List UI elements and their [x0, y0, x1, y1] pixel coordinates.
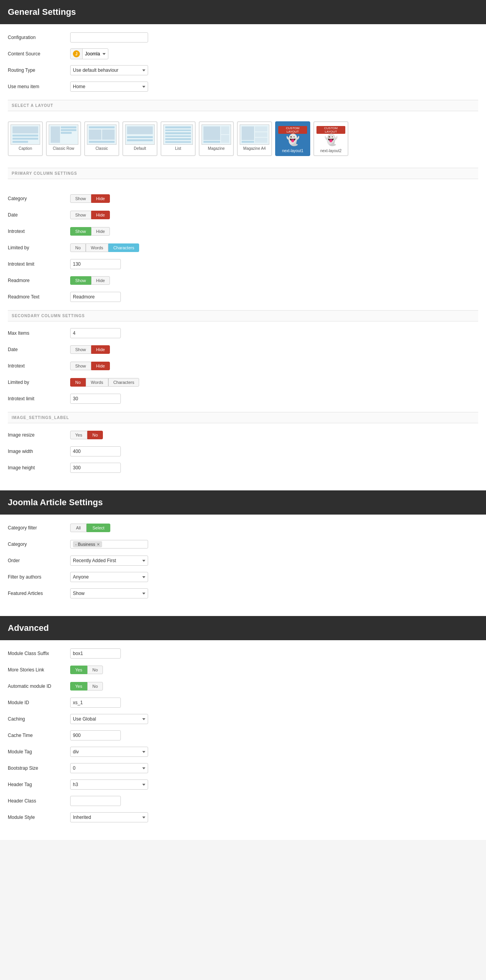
header-class-input[interactable] — [70, 796, 121, 806]
more-stories-link-yes[interactable]: Yes — [70, 666, 87, 674]
filter-authors-select[interactable]: Anyone Specific — [70, 572, 148, 582]
secondary-introtext-limit-input[interactable] — [70, 394, 121, 404]
primary-category-hide[interactable]: Hide — [91, 194, 110, 203]
image-resize-group: Image resize Yes No — [8, 430, 478, 440]
primary-introtext-limit-input[interactable] — [70, 259, 121, 269]
more-stories-link-toggle: Yes No — [70, 666, 103, 674]
layout-list[interactable]: List — [161, 121, 196, 156]
configuration-group: Configuration — [8, 32, 478, 43]
featured-articles-label: Featured Articles — [8, 591, 70, 596]
secondary-introtext-toggle: Show Hide — [70, 362, 110, 370]
category-tag-business-remove[interactable]: ✕ — [97, 542, 100, 547]
layout-caption-name: Caption — [19, 146, 32, 151]
secondary-date-show[interactable]: Show — [70, 345, 91, 354]
header-tag-label: Header Tag — [8, 782, 70, 787]
joomla-category-group: Category - Business ✕ — [8, 539, 478, 550]
secondary-limited-characters[interactable]: Characters — [108, 378, 140, 387]
advanced-section: Advanced Module Class Suffix More Storie… — [0, 616, 486, 840]
secondary-date-group: Date Show Hide — [8, 344, 478, 355]
cache-time-group: Cache Time — [8, 730, 478, 741]
layout-magazine[interactable]: Magazine — [199, 121, 234, 156]
primary-readmore-text-input[interactable] — [70, 292, 121, 302]
primary-date-hide[interactable]: Hide — [91, 211, 110, 219]
module-class-suffix-input[interactable] — [70, 648, 121, 659]
primary-limited-by-label: Limited by — [8, 245, 70, 250]
primary-limited-characters[interactable]: Characters — [108, 243, 140, 252]
secondary-limited-no[interactable]: No — [70, 378, 86, 387]
primary-introtext-toggle: Show Hide — [70, 227, 110, 236]
primary-readmore-show[interactable]: Show — [70, 276, 91, 285]
automatic-module-id-label: Automatic module ID — [8, 684, 70, 689]
image-width-label: Image width — [8, 449, 70, 454]
category-filter-toggle: All Select — [70, 524, 110, 532]
secondary-introtext-hide[interactable]: Hide — [91, 362, 110, 370]
primary-readmore-hide[interactable]: Hide — [91, 276, 110, 285]
primary-category-group: Category Show Hide — [8, 193, 478, 204]
primary-readmore-text-group: Readmore Text — [8, 291, 478, 302]
module-id-input[interactable] — [70, 698, 121, 708]
order-select[interactable]: Recently Added First Recently Added Last — [70, 556, 148, 566]
category-filter-select[interactable]: Select — [87, 524, 110, 532]
category-filter-all[interactable]: All — [70, 524, 87, 532]
primary-introtext-label: Introtext — [8, 229, 70, 234]
content-source-control: J Joomla — [70, 48, 108, 59]
primary-date-group: Date Show Hide — [8, 209, 478, 220]
caching-select[interactable]: Use Global No Caching — [70, 714, 148, 724]
layout-classic-row[interactable]: Classic Row — [46, 121, 81, 156]
automatic-module-id-no[interactable]: No — [87, 682, 103, 691]
joomla-category-label: Category — [8, 541, 70, 547]
content-source-select[interactable]: Joomla — [83, 50, 108, 58]
cache-time-input[interactable] — [70, 730, 121, 740]
primary-limited-no[interactable]: No — [70, 243, 86, 252]
layout-next-layout2[interactable]: CUSTOM LAYOUT 👻 next-layout2 — [313, 121, 348, 156]
module-style-select[interactable]: Inherited None Table Card — [70, 812, 148, 822]
routing-type-select[interactable]: Use default behaviour Custom — [70, 65, 148, 75]
module-tag-select[interactable]: div span section — [70, 747, 148, 757]
header-tag-select[interactable]: h1 h2 h3 h4 — [70, 779, 148, 790]
image-width-input[interactable] — [70, 446, 121, 456]
configuration-label: Configuration — [8, 35, 70, 40]
featured-articles-select[interactable]: Show Hide — [70, 588, 148, 598]
layout-selector: Caption Classic Row — [8, 117, 478, 160]
layout-default[interactable]: Default — [122, 121, 157, 156]
joomla-category-input[interactable]: - Business ✕ — [70, 540, 148, 549]
secondary-limited-words[interactable]: Words — [86, 378, 108, 387]
secondary-date-toggle: Show Hide — [70, 345, 110, 354]
image-resize-yes[interactable]: Yes — [70, 431, 87, 439]
general-settings-header: General Settings — [0, 0, 486, 24]
use-menu-item-group: Use menu item Home About — [8, 81, 478, 92]
automatic-module-id-yes[interactable]: Yes — [70, 682, 87, 691]
primary-date-toggle: Show Hide — [70, 211, 110, 219]
secondary-date-label: Date — [8, 347, 70, 352]
layout-classic-name: Classic — [95, 146, 108, 151]
layout-next-layout1[interactable]: CUSTOM LAYOUT 👻 next-layout1 — [275, 121, 310, 156]
routing-type-group: Routing Type Use default behaviour Custo… — [8, 65, 478, 76]
use-menu-item-select[interactable]: Home About — [70, 82, 148, 92]
secondary-date-hide[interactable]: Hide — [91, 345, 110, 354]
layout-caption[interactable]: Caption — [8, 121, 43, 156]
secondary-introtext-limit-group: Introtext limit — [8, 393, 478, 404]
layout-magazine-a4-name: Magazine A4 — [243, 146, 266, 151]
more-stories-link-no[interactable]: No — [87, 666, 103, 674]
layout-magazine-thumb — [201, 124, 231, 145]
primary-introtext-hide[interactable]: Hide — [91, 227, 110, 236]
primary-introtext-show[interactable]: Show — [70, 227, 91, 236]
module-tag-group: Module Tag div span section — [8, 746, 478, 757]
layout-magazine-a4-thumb — [240, 124, 269, 145]
image-height-input[interactable] — [70, 463, 121, 473]
configuration-input[interactable] — [70, 32, 148, 43]
layout-classic-thumb — [87, 124, 117, 145]
module-class-suffix-label: Module Class Suffix — [8, 651, 70, 656]
primary-limited-words[interactable]: Words — [86, 243, 108, 252]
use-menu-item-label: Use menu item — [8, 84, 70, 89]
primary-date-show[interactable]: Show — [70, 211, 91, 219]
joomla-article-settings-header: Joomla Article Settings — [0, 490, 486, 515]
layout-magazine-a4[interactable]: Magazine A4 — [237, 121, 272, 156]
bootstrap-size-select[interactable]: 0 1 2 — [70, 763, 148, 773]
primary-category-show[interactable]: Show — [70, 194, 91, 203]
secondary-introtext-show[interactable]: Show — [70, 362, 91, 370]
secondary-max-items-input[interactable] — [70, 328, 121, 338]
layout-classic[interactable]: Classic — [84, 121, 119, 156]
primary-category-label: Category — [8, 196, 70, 201]
image-resize-no[interactable]: No — [87, 431, 103, 439]
